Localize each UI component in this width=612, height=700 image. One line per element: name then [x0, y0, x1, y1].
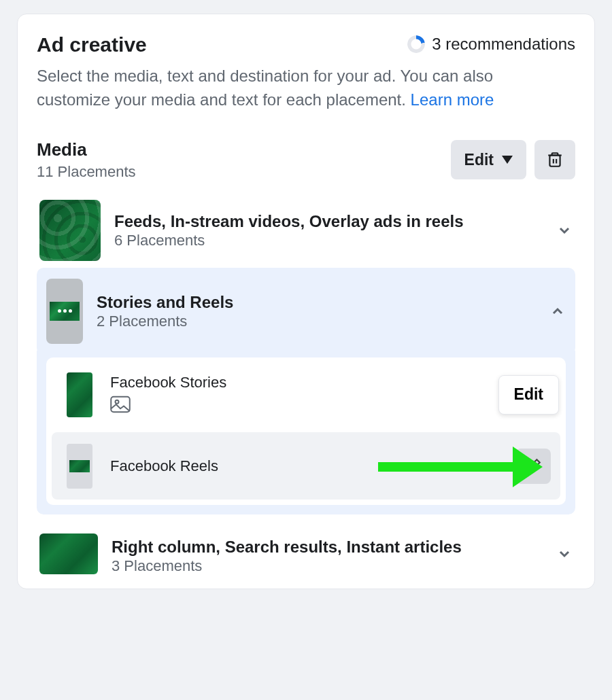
group-title: Stories and Reels [97, 292, 536, 313]
media-header: Media 11 Placements Edit [37, 139, 575, 181]
media-title: Media [37, 139, 136, 160]
group-title: Right column, Search results, Instant ar… [112, 536, 543, 557]
trash-icon [546, 150, 564, 170]
chevron-down-icon [556, 546, 573, 562]
page-title: Ad creative [37, 33, 147, 56]
edit-placement-button[interactable]: Edit [498, 375, 559, 415]
media-thumbnail [39, 200, 101, 261]
placement-body: Facebook Reels [110, 457, 498, 475]
placement-group-right-column[interactable]: Right column, Search results, Instant ar… [37, 527, 575, 582]
media-placements-count: 11 Placements [37, 163, 136, 181]
placement-facebook-stories[interactable]: Facebook Stories Edit [46, 357, 566, 432]
caret-down-icon [502, 156, 513, 164]
progress-spinner-icon [407, 35, 425, 53]
pencil-icon [524, 457, 542, 475]
placement-name: Facebook Reels [110, 457, 498, 475]
delete-button[interactable] [534, 140, 575, 179]
svg-rect-1 [111, 396, 130, 412]
image-icon [110, 396, 551, 416]
ad-creative-card: Ad creative 3 recommendations Select the… [17, 14, 595, 589]
placement-thumbnail [67, 444, 92, 489]
group-body: Right column, Search results, Instant ar… [112, 533, 543, 575]
group-sub: 2 Placements [97, 313, 536, 330]
placement-group-stories-reels[interactable]: Stories and Reels 2 Placements [37, 268, 575, 355]
learn-more-link[interactable]: Learn more [411, 90, 494, 109]
header-description: Select the media, text and destination f… [37, 65, 567, 112]
edit-label: Edit [464, 151, 494, 169]
stories-phone-thumbnail [46, 279, 83, 344]
stories-expanded-panel: Facebook Stories Edit Facebook Reels [37, 351, 575, 514]
placement-name: Facebook Stories [110, 374, 551, 391]
group-title: Feeds, In-stream videos, Overlay ads in … [114, 211, 543, 232]
group-body: Feeds, In-stream videos, Overlay ads in … [114, 211, 543, 249]
chevron-up-icon [549, 303, 566, 319]
placement-facebook-reels[interactable]: Facebook Reels [52, 432, 560, 500]
edit-pencil-button[interactable] [515, 449, 551, 484]
media-actions: Edit [451, 140, 575, 179]
group-sub: 6 Placements [114, 232, 543, 249]
group-body: Stories and Reels 2 Placements [97, 292, 536, 330]
placement-group-feeds[interactable]: Feeds, In-stream videos, Overlay ads in … [37, 193, 575, 268]
recommendations-link[interactable]: 3 recommendations [407, 35, 575, 54]
story-preview-icon [50, 302, 80, 321]
media-heading: Media 11 Placements [37, 139, 136, 181]
placement-thumbnail [67, 372, 92, 417]
media-thumbnail [39, 533, 98, 574]
edit-dropdown-button[interactable]: Edit [451, 140, 526, 179]
svg-point-2 [116, 400, 119, 403]
group-sub: 3 Placements [112, 557, 543, 575]
recommendations-text: 3 recommendations [432, 35, 575, 54]
stories-placements-list: Facebook Stories Edit Facebook Reels [46, 357, 566, 505]
placement-body: Facebook Stories [110, 374, 551, 416]
chevron-down-icon [556, 222, 573, 239]
header-row: Ad creative 3 recommendations [37, 33, 575, 56]
svg-rect-0 [549, 156, 560, 167]
